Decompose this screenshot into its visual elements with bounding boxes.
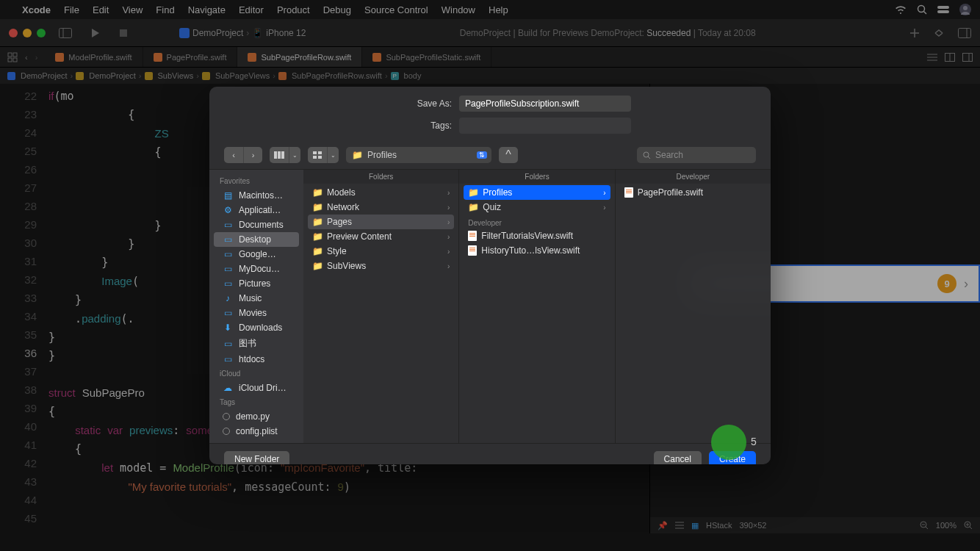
nav-back-button[interactable]: ‹ — [224, 147, 243, 163]
folder-icon — [145, 72, 153, 80]
cancel-button[interactable]: Cancel — [654, 451, 702, 464]
menu-edit[interactable]: Edit — [93, 4, 109, 15]
sidebar-item[interactable]: ▭Documents — [214, 217, 299, 232]
control-center-icon[interactable] — [937, 6, 949, 13]
bc-item[interactable]: SubPageProfileRow.swift — [292, 71, 382, 80]
folder-item[interactable]: 📁Pages› — [308, 215, 454, 229]
item-label: HistoryTuto…lsView.swift — [481, 245, 580, 256]
minimize-window[interactable] — [23, 29, 32, 37]
file-item[interactable]: PageProfile.swift — [620, 185, 766, 200]
sidebar-item[interactable]: ▭Movies — [214, 306, 299, 320]
sidebar-item[interactable]: ♪Music — [214, 291, 299, 306]
sidebar-item[interactable]: ▤Macintos… — [214, 188, 299, 203]
search-field[interactable]: Search — [637, 147, 756, 163]
device-icon: 📱 — [252, 28, 263, 38]
run-button-icon[interactable] — [91, 28, 100, 38]
sidebar-tag-demo[interactable]: demo.py — [214, 409, 299, 424]
bc-item[interactable]: DemoProject — [21, 71, 68, 80]
view-dropdown-button[interactable]: ⌄ — [289, 147, 300, 163]
sidebar-label: Google… — [239, 249, 276, 259]
sidebar-item[interactable]: ⚙Applicati… — [214, 203, 299, 217]
sidebar-item[interactable]: ▭Desktop — [214, 232, 299, 247]
folder-item[interactable]: 📁Network› — [308, 200, 454, 215]
close-window[interactable] — [9, 29, 18, 37]
group-button[interactable] — [308, 147, 327, 163]
menu-help[interactable]: Help — [489, 4, 508, 15]
save-as-input[interactable] — [459, 96, 631, 112]
tab-subpageprofilerow[interactable]: SubPageProfileRow.swift — [237, 47, 362, 67]
stack-icon[interactable]: ▦ — [691, 521, 699, 530]
related-items-icon[interactable] — [7, 52, 18, 62]
inspector-toggle-icon[interactable] — [958, 28, 971, 38]
bc-item[interactable]: SubViews — [158, 71, 194, 80]
user-icon[interactable] — [959, 4, 971, 15]
tab-pageprofile[interactable]: PageProfile.swift — [143, 47, 238, 67]
adjust-editor-icon[interactable] — [945, 53, 955, 62]
menu-file[interactable]: File — [64, 4, 79, 15]
pin-icon[interactable]: 📌 — [657, 521, 668, 530]
menu-navigate[interactable]: Navigate — [188, 4, 226, 15]
view-columns-button[interactable] — [270, 147, 289, 163]
stop-button-icon[interactable] — [119, 29, 128, 37]
sidebar-toggle-icon[interactable] — [59, 28, 72, 38]
app-name[interactable]: Xcode — [22, 4, 51, 15]
editor-options-icon[interactable] — [927, 53, 937, 62]
new-folder-button[interactable]: New Folder — [224, 451, 289, 464]
sidebar-item-icloud[interactable]: ☁iCloud Dri… — [214, 381, 299, 395]
bc-item[interactable]: DemoProject — [89, 71, 136, 80]
bc-item[interactable]: SubPageViews — [215, 71, 270, 80]
sidebar-item[interactable]: ▭Pictures — [214, 276, 299, 291]
scheme-selector[interactable]: DemoProject › 📱 iPhone 12 — [179, 28, 306, 38]
sidebar-item[interactable]: ▭图书 — [214, 335, 299, 352]
zoom-in-icon[interactable] — [964, 521, 973, 530]
folder-item[interactable]: 📁Quiz› — [464, 200, 610, 215]
folder-item[interactable]: 📁Preview Content› — [308, 229, 454, 244]
folder-icon: 📁 — [312, 246, 323, 256]
sidebar-item[interactable]: ⬇Downloads — [214, 320, 299, 335]
wifi-icon[interactable] — [895, 5, 907, 14]
sidebar-item[interactable]: ▭Google… — [214, 247, 299, 262]
folder-item[interactable]: 📁Models› — [308, 185, 454, 200]
add-editor-icon[interactable] — [962, 53, 973, 62]
menu-editor[interactable]: Editor — [239, 4, 264, 15]
folder-icon: 📁 — [468, 187, 478, 198]
menu-find[interactable]: Find — [156, 4, 174, 15]
library-icon[interactable] — [933, 29, 945, 37]
chevron-right-icon: › — [447, 218, 450, 226]
nav-forward-button[interactable]: › — [243, 147, 262, 163]
menu-window[interactable]: Window — [442, 4, 475, 15]
menu-debug[interactable]: Debug — [323, 4, 351, 15]
scheme-project: DemoProject — [192, 28, 243, 38]
breadcrumb[interactable]: DemoProject› DemoProject› SubViews› SubP… — [0, 68, 980, 84]
zoom-out-icon[interactable] — [920, 521, 929, 530]
file-item[interactable]: FilterTutorialsView.swift — [464, 228, 610, 243]
tags-input[interactable] — [459, 118, 631, 134]
maximize-window[interactable] — [37, 29, 46, 37]
folder-item[interactable]: 📁SubViews› — [308, 259, 454, 273]
sidebar-label: 图书 — [239, 337, 256, 350]
folder-icon — [76, 72, 84, 80]
create-button[interactable]: Create — [709, 451, 756, 464]
folder-item[interactable]: 📁Profiles› — [464, 185, 610, 200]
expand-collapse-button[interactable]: ^ — [499, 147, 518, 163]
nav-forward-icon[interactable]: › — [35, 53, 38, 62]
sidebar-item[interactable]: ▭htdocs — [214, 352, 299, 367]
sidebar-tag-config[interactable]: config.plist — [214, 424, 299, 439]
group-dropdown-button[interactable]: ⌄ — [327, 147, 339, 163]
search-icon[interactable] — [917, 4, 927, 15]
location-dropdown[interactable]: 📁 Profiles ⇅ — [346, 147, 491, 163]
add-icon[interactable] — [909, 28, 920, 38]
nav-back-icon[interactable]: ‹ — [25, 53, 28, 62]
folder-item[interactable]: 📁Style› — [308, 244, 454, 259]
menu-view[interactable]: View — [122, 4, 143, 15]
menu-source-control[interactable]: Source Control — [364, 4, 428, 15]
hierarchy-icon[interactable] — [675, 521, 684, 530]
sidebar-item[interactable]: ▭MyDocu… — [214, 262, 299, 276]
bc-item[interactable]: body — [404, 71, 422, 80]
tab-subpageprofilestatic[interactable]: SubPageProfileStatic.swift — [362, 47, 491, 67]
svg-line-42 — [648, 156, 650, 159]
sidebar-label: htdocs — [239, 354, 264, 364]
tab-modelprofile[interactable]: ModelProfile.swift — [45, 47, 143, 67]
menu-product[interactable]: Product — [277, 4, 310, 15]
file-item[interactable]: HistoryTuto…lsView.swift — [464, 243, 610, 258]
